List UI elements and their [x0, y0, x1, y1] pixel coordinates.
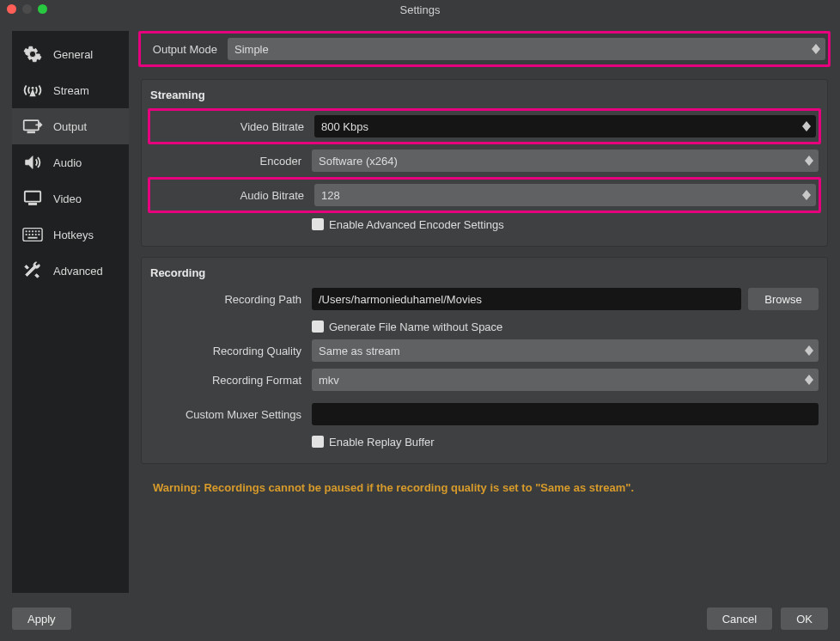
video-bitrate-highlight: Video Bitrate 800 Kbps: [148, 108, 821, 144]
sidebar-item-label: Hotkeys: [53, 229, 94, 241]
sidebar-item-video[interactable]: Video: [12, 180, 129, 217]
sidebar-item-label: Stream: [53, 84, 89, 97]
muxer-input[interactable]: [312, 403, 819, 425]
output-mode-label: Output Mode: [143, 43, 221, 56]
sidebar-item-hotkeys[interactable]: Hotkeys: [12, 217, 129, 253]
output-mode-dropdown[interactable]: Simple: [228, 38, 825, 60]
svg-rect-10: [38, 230, 40, 232]
window-controls: [7, 4, 47, 14]
svg-rect-8: [32, 230, 33, 232]
svg-rect-16: [27, 237, 37, 239]
recording-path-label: Recording Path: [150, 293, 305, 306]
sidebar-item-general[interactable]: General: [12, 36, 129, 72]
stepper-icon: [803, 152, 815, 169]
window-title: Settings: [400, 3, 441, 16]
svg-rect-14: [35, 234, 37, 235]
audio-bitrate-highlight: Audio Bitrate 128: [148, 177, 821, 213]
warning-text: Warning: Recordings cannot be paused if …: [141, 474, 828, 501]
recording-format-value: mkv: [319, 374, 339, 387]
cancel-button[interactable]: Cancel: [707, 607, 772, 630]
footer: Apply Cancel OK: [0, 605, 840, 641]
output-icon: [21, 117, 45, 136]
svg-rect-4: [28, 204, 36, 205]
video-bitrate-value: 800 Kbps: [321, 120, 368, 133]
body: General Stream Output Audio: [0, 19, 840, 605]
sidebar-item-label: Audio: [53, 156, 82, 169]
encoder-label: Encoder: [150, 155, 305, 168]
recording-format-label: Recording Format: [150, 374, 305, 387]
svg-rect-15: [38, 234, 40, 235]
stepper-icon: [810, 40, 822, 58]
antenna-icon: [21, 81, 45, 100]
replay-buffer-row: Enable Replay Buffer: [150, 430, 819, 453]
audio-bitrate-value: 128: [321, 189, 340, 202]
sidebar: General Stream Output Audio: [12, 31, 129, 593]
sidebar-item-label: Video: [53, 192, 82, 205]
svg-rect-12: [28, 234, 30, 235]
stepper-icon: [803, 371, 815, 388]
svg-rect-7: [28, 230, 30, 232]
sidebar-item-output[interactable]: Output: [12, 108, 129, 144]
replay-buffer-checkbox[interactable]: [312, 436, 324, 448]
muxer-label: Custom Muxer Settings: [150, 408, 305, 421]
recording-section: Recording Recording Path Browse Generate…: [141, 257, 828, 464]
speaker-icon: [21, 153, 45, 172]
content-area: Output Mode Simple Streaming Video Bitra…: [141, 31, 828, 593]
enable-advanced-label: Enable Advanced Encoder Settings: [329, 218, 504, 231]
enable-advanced-checkbox[interactable]: [312, 218, 324, 230]
sidebar-item-label: General: [53, 48, 93, 61]
ok-button[interactable]: OK: [781, 607, 828, 630]
gen-no-space-label: Generate File Name without Space: [329, 320, 502, 333]
recording-quality-label: Recording Quality: [150, 345, 305, 357]
gen-no-space-row: Generate File Name without Space: [150, 315, 819, 338]
svg-rect-3: [25, 192, 40, 202]
encoder-value: Software (x264): [319, 155, 398, 168]
gen-no-space-checkbox[interactable]: [312, 320, 324, 333]
titlebar: Settings: [0, 0, 840, 19]
apply-button[interactable]: Apply: [12, 607, 71, 630]
svg-point-0: [32, 87, 34, 89]
keyboard-icon: [21, 225, 45, 244]
recording-format-dropdown[interactable]: mkv: [312, 369, 819, 391]
video-bitrate-label: Video Bitrate: [153, 120, 307, 133]
gear-icon: [21, 45, 45, 64]
streaming-title: Streaming: [150, 87, 819, 108]
audio-bitrate-dropdown[interactable]: 128: [314, 184, 816, 206]
sidebar-item-advanced[interactable]: Advanced: [12, 253, 129, 289]
stepper-icon: [803, 342, 815, 359]
svg-rect-11: [26, 234, 27, 235]
enable-advanced-row: Enable Advanced Encoder Settings: [150, 213, 819, 235]
stepper-icon: [800, 186, 813, 204]
sidebar-item-stream[interactable]: Stream: [12, 72, 129, 108]
output-mode-value: Simple: [234, 43, 269, 56]
svg-rect-13: [32, 234, 33, 235]
sidebar-item-label: Output: [53, 120, 87, 133]
replay-buffer-label: Enable Replay Buffer: [329, 436, 435, 449]
tools-icon: [21, 261, 45, 280]
sidebar-item-audio[interactable]: Audio: [12, 144, 129, 180]
stepper-icon: [800, 118, 813, 135]
recording-path-input[interactable]: [312, 288, 741, 310]
monitor-icon: [21, 189, 45, 208]
output-mode-highlight: Output Mode Simple: [138, 31, 831, 67]
svg-rect-6: [26, 230, 27, 232]
video-bitrate-input[interactable]: 800 Kbps: [314, 115, 816, 137]
sidebar-item-label: Advanced: [53, 265, 103, 278]
recording-quality-value: Same as stream: [319, 345, 400, 357]
audio-bitrate-label: Audio Bitrate: [153, 189, 307, 202]
settings-window: Settings General Stream Output: [0, 0, 840, 641]
maximize-window-button[interactable]: [38, 4, 47, 14]
browse-button[interactable]: Browse: [748, 288, 819, 310]
close-window-button[interactable]: [7, 4, 16, 14]
svg-rect-2: [27, 131, 35, 133]
recording-quality-dropdown[interactable]: Same as stream: [312, 339, 819, 362]
encoder-dropdown[interactable]: Software (x264): [312, 150, 819, 172]
streaming-section: Streaming Video Bitrate 800 Kbps: [141, 79, 828, 247]
recording-title: Recording: [150, 265, 819, 286]
svg-rect-9: [35, 230, 37, 232]
minimize-window-button[interactable]: [22, 4, 32, 14]
